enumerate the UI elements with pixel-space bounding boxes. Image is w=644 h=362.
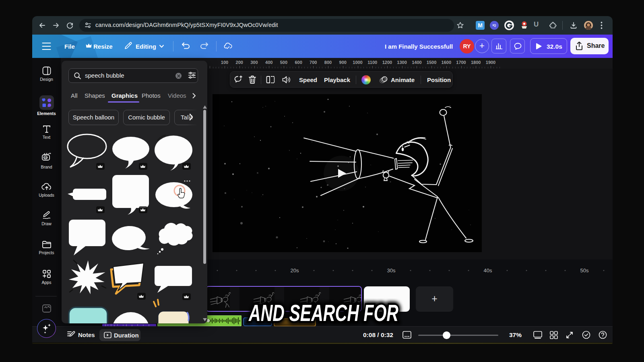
svg-text:co: co	[44, 156, 47, 159]
svg-text:AND SEARCH FOR: AND SEARCH FOR	[248, 300, 398, 326]
